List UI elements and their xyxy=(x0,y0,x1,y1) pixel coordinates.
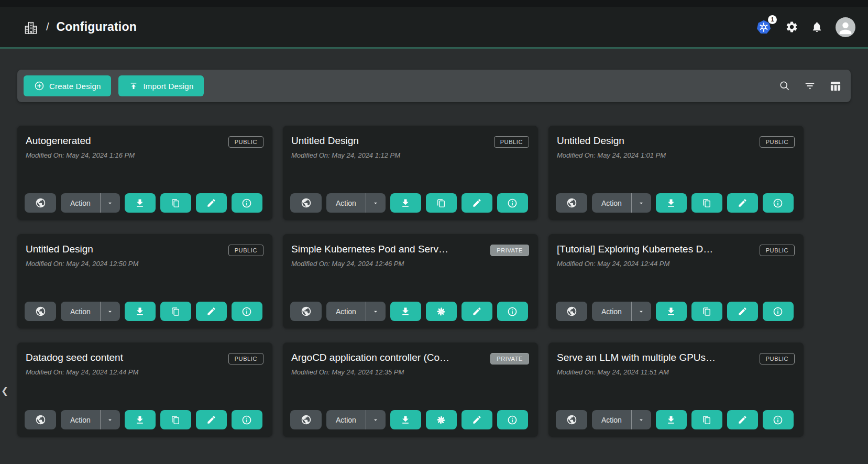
person-icon xyxy=(837,19,854,37)
import-upload-icon xyxy=(129,81,138,91)
drawer-collapse-chevron[interactable]: ❮ xyxy=(1,385,8,396)
design-card: Untitled Design PUBLIC Modified On: May … xyxy=(283,126,538,220)
visibility-globe-button[interactable] xyxy=(290,410,322,429)
card-actions: Action xyxy=(556,302,794,321)
clone-design-button[interactable] xyxy=(426,302,457,321)
visibility-badge: PRIVATE xyxy=(490,245,529,256)
visibility-globe-button[interactable] xyxy=(25,193,56,213)
action-dropdown-toggle[interactable] xyxy=(100,193,120,213)
edit-design-button[interactable] xyxy=(196,302,227,321)
action-dropdown-toggle[interactable] xyxy=(631,193,651,213)
modified-timestamp: Modified On: May 24, 2024 12:50 PM xyxy=(26,260,263,268)
design-title: [Tutorial] Exploring Kubernetes D… xyxy=(557,244,751,255)
design-title: Untitled Design xyxy=(291,135,485,147)
kubernetes-count-badge: 1 xyxy=(768,15,777,24)
edit-design-button[interactable] xyxy=(727,410,758,429)
copy-icon xyxy=(170,306,181,317)
user-avatar[interactable] xyxy=(836,17,855,37)
action-dropdown-toggle[interactable] xyxy=(631,410,651,429)
download-design-button[interactable] xyxy=(390,410,421,429)
download-icon xyxy=(666,306,676,317)
action-button[interactable]: Action xyxy=(326,193,366,213)
action-button[interactable]: Action xyxy=(326,302,366,321)
info-design-button[interactable] xyxy=(763,302,794,321)
table-view-icon[interactable] xyxy=(829,80,841,92)
clone-design-button[interactable] xyxy=(426,410,457,429)
create-design-button[interactable]: Create Design xyxy=(24,75,111,96)
organization-building-icon[interactable] xyxy=(23,19,39,35)
clone-design-button[interactable] xyxy=(691,193,722,213)
chevron-down-icon xyxy=(106,416,114,424)
clone-design-button[interactable] xyxy=(160,302,191,321)
info-design-button[interactable] xyxy=(497,410,528,429)
import-design-label: Import Design xyxy=(143,82,193,91)
visibility-globe-button[interactable] xyxy=(556,410,587,429)
notifications-bell-icon[interactable] xyxy=(811,21,823,33)
download-design-button[interactable] xyxy=(656,410,687,429)
kubernetes-context-button[interactable]: 1 xyxy=(755,18,773,36)
download-design-button[interactable] xyxy=(125,410,156,429)
design-title: Serve an LLM with multiple GPUs… xyxy=(557,352,751,363)
download-design-button[interactable] xyxy=(125,193,156,213)
info-design-button[interactable] xyxy=(232,410,262,429)
design-title: Autogenerated xyxy=(26,135,219,147)
download-icon xyxy=(135,198,145,208)
edit-design-button[interactable] xyxy=(196,193,227,213)
settings-gear-icon[interactable] xyxy=(785,20,798,34)
clone-design-button[interactable] xyxy=(691,302,722,321)
edit-design-button[interactable] xyxy=(727,193,758,213)
visibility-globe-button[interactable] xyxy=(290,193,322,213)
clone-design-button[interactable] xyxy=(691,410,722,429)
download-design-button[interactable] xyxy=(656,302,687,321)
info-design-button[interactable] xyxy=(763,193,794,213)
action-button[interactable]: Action xyxy=(592,302,631,321)
info-icon xyxy=(241,306,252,317)
visibility-globe-button[interactable] xyxy=(556,193,587,213)
edit-design-button[interactable] xyxy=(462,302,492,321)
info-design-button[interactable] xyxy=(763,410,794,429)
action-button[interactable]: Action xyxy=(326,410,366,429)
visibility-globe-button[interactable] xyxy=(25,410,56,429)
filter-icon[interactable] xyxy=(804,80,816,92)
download-design-button[interactable] xyxy=(656,193,687,213)
action-button[interactable]: Action xyxy=(61,410,100,429)
download-design-button[interactable] xyxy=(125,302,156,321)
info-design-button[interactable] xyxy=(497,302,528,321)
action-dropdown-toggle[interactable] xyxy=(366,193,386,213)
download-design-button[interactable] xyxy=(390,193,421,213)
download-design-button[interactable] xyxy=(390,302,421,321)
chevron-down-icon xyxy=(372,308,379,315)
design-card: Datadog seed content PUBLIC Modified On:… xyxy=(17,343,272,437)
clone-design-button[interactable] xyxy=(160,410,191,429)
visibility-globe-button[interactable] xyxy=(25,302,56,321)
card-actions: Action xyxy=(290,302,528,321)
modified-timestamp: Modified On: May 24, 2024 1:01 PM xyxy=(557,151,794,159)
edit-design-button[interactable] xyxy=(727,302,758,321)
action-button[interactable]: Action xyxy=(61,302,100,321)
search-icon[interactable] xyxy=(779,80,790,92)
action-dropdown-toggle[interactable] xyxy=(631,302,651,321)
action-dropdown-toggle[interactable] xyxy=(100,302,120,321)
download-icon xyxy=(135,306,145,317)
action-dropdown-toggle[interactable] xyxy=(366,302,386,321)
info-design-button[interactable] xyxy=(232,193,262,213)
import-design-button[interactable]: Import Design xyxy=(118,75,204,96)
edit-design-button[interactable] xyxy=(196,410,227,429)
action-button[interactable]: Action xyxy=(592,193,631,213)
visibility-badge: PUBLIC xyxy=(760,245,795,256)
info-design-button[interactable] xyxy=(232,302,262,321)
action-split-button: Action xyxy=(61,410,120,429)
edit-design-button[interactable] xyxy=(462,410,492,429)
edit-design-button[interactable] xyxy=(462,193,492,213)
visibility-globe-button[interactable] xyxy=(290,302,322,321)
action-dropdown-toggle[interactable] xyxy=(366,410,386,429)
action-button[interactable]: Action xyxy=(61,193,100,213)
clone-design-button[interactable] xyxy=(426,193,457,213)
toolbar-right-icons xyxy=(779,80,841,92)
clone-design-button[interactable] xyxy=(160,193,191,213)
action-button[interactable]: Action xyxy=(592,410,631,429)
action-dropdown-toggle[interactable] xyxy=(100,410,120,429)
visibility-globe-button[interactable] xyxy=(556,302,587,321)
modified-timestamp: Modified On: May 24, 2024 12:44 PM xyxy=(557,260,794,268)
info-design-button[interactable] xyxy=(497,193,528,213)
